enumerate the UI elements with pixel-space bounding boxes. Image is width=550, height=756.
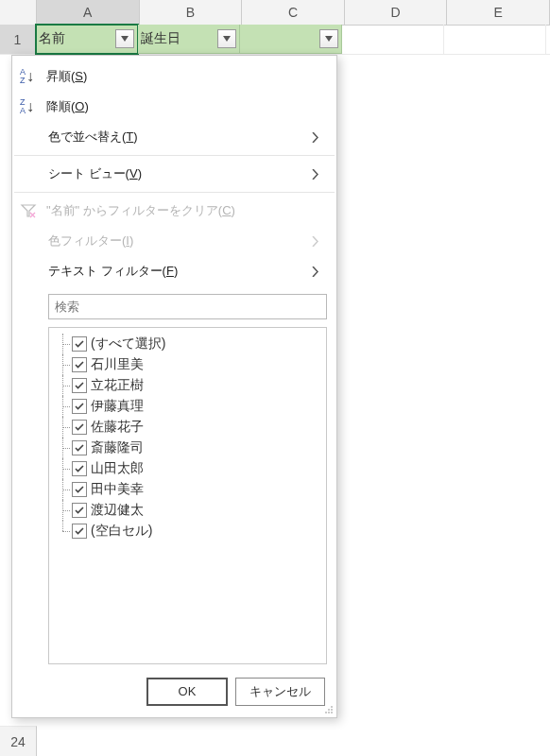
- dropdown-icon: [223, 36, 231, 42]
- sheet-view[interactable]: シート ビュー(V): [12, 159, 336, 189]
- chevron-right-icon: [312, 132, 323, 143]
- svg-point-2: [331, 709, 333, 711]
- filter-value-item[interactable]: 田中美幸: [55, 479, 320, 500]
- sort-asc-label: 昇順(S): [46, 68, 323, 85]
- sort-asc-icon: AZ↓: [20, 67, 46, 86]
- filter-value-item[interactable]: 石川里美: [55, 354, 320, 375]
- tree-line-icon: [55, 458, 72, 479]
- checkbox-checked-icon[interactable]: [72, 461, 87, 476]
- col-head-c[interactable]: C: [242, 0, 345, 26]
- checkbox-checked-icon[interactable]: [72, 420, 87, 435]
- checkbox-checked-icon[interactable]: [72, 524, 87, 539]
- checkbox-checked-icon[interactable]: [72, 482, 87, 497]
- col-head-b[interactable]: B: [140, 0, 243, 26]
- filter-value-label: 山田太郎: [91, 460, 144, 477]
- ok-button[interactable]: OK: [146, 678, 228, 706]
- filter-value-item[interactable]: 山田太郎: [55, 458, 320, 479]
- resize-grip[interactable]: [324, 705, 334, 714]
- filter-value-label: 渡辺健太: [91, 502, 144, 519]
- filter-values-list[interactable]: (すべて選択)石川里美立花正樹伊藤真理佐藤花子斎藤隆司山田太郎田中美幸渡辺健太(…: [48, 327, 327, 664]
- col-head-e[interactable]: E: [447, 0, 550, 26]
- chevron-right-icon: [312, 266, 323, 277]
- sort-desc[interactable]: ZA↓ 降順(O): [12, 92, 336, 122]
- filter-button-b[interactable]: [217, 29, 236, 48]
- col-head-a[interactable]: A: [37, 0, 140, 26]
- filter-value-item[interactable]: 渡辺健太: [55, 500, 320, 521]
- svg-point-4: [328, 712, 330, 713]
- tree-line-icon: [55, 521, 72, 541]
- cell-b1[interactable]: 誕生日: [138, 25, 240, 54]
- sort-by-color[interactable]: 色で並べ替え(T): [12, 122, 336, 152]
- tree-line-icon: [55, 375, 72, 396]
- filter-value-item[interactable]: (すべて選択): [55, 334, 320, 354]
- sort-desc-icon: ZA↓: [20, 97, 46, 116]
- tree-line-icon: [55, 438, 72, 458]
- checkbox-checked-icon[interactable]: [72, 503, 87, 518]
- filter-value-label: 田中美幸: [91, 481, 144, 498]
- cell-d1[interactable]: [342, 25, 444, 54]
- select-all-corner[interactable]: [0, 0, 37, 26]
- filter-value-label: (空白セル): [91, 523, 152, 540]
- color-filter-label: 色フィルター(I): [48, 232, 312, 249]
- chevron-right-icon: [312, 236, 323, 247]
- row-head-1[interactable]: 1: [0, 25, 36, 55]
- tree-line-icon: [55, 500, 72, 521]
- filter-value-label: 石川里美: [91, 356, 144, 373]
- tree-line-icon: [55, 334, 72, 354]
- col-head-d[interactable]: D: [345, 0, 448, 26]
- filter-dropdown-popup: AZ↓ 昇順(S) ZA↓ 降順(O) 色で並べ替え(T) シー: [11, 55, 337, 718]
- checkbox-checked-icon[interactable]: [72, 440, 87, 455]
- row-head-24[interactable]: 24: [0, 726, 37, 756]
- text-filter[interactable]: テキスト フィルター(F): [12, 256, 336, 286]
- clear-filter-label: "名前" からフィルターをクリア(C): [46, 202, 323, 219]
- cell-b1-text: 誕生日: [141, 30, 217, 47]
- sort-asc[interactable]: AZ↓ 昇順(S): [12, 61, 336, 92]
- checkbox-checked-icon[interactable]: [72, 336, 87, 352]
- tree-line-icon: [55, 417, 72, 438]
- checkbox-checked-icon[interactable]: [72, 357, 87, 372]
- clear-filter: "名前" からフィルターをクリア(C): [12, 196, 336, 226]
- filter-value-item[interactable]: 伊藤真理: [55, 396, 320, 417]
- filter-button-c[interactable]: [319, 29, 338, 48]
- cancel-button[interactable]: キャンセル: [235, 678, 325, 706]
- tree-line-icon: [55, 396, 72, 417]
- grid-row-1: 名前 誕生日: [36, 25, 550, 55]
- filter-value-label: 佐藤花子: [91, 419, 144, 436]
- dropdown-icon: [121, 36, 129, 42]
- filter-clear-icon: [20, 201, 46, 220]
- svg-point-1: [328, 709, 330, 711]
- chevron-right-icon: [312, 169, 323, 180]
- dropdown-icon: [325, 36, 333, 42]
- svg-point-3: [325, 712, 327, 713]
- cell-e1[interactable]: [444, 25, 546, 54]
- sort-by-color-label: 色で並べ替え(T): [48, 129, 312, 146]
- checkbox-checked-icon[interactable]: [72, 378, 87, 393]
- filter-value-label: 斎藤隆司: [91, 439, 144, 456]
- tree-line-icon: [55, 479, 72, 500]
- column-header-row: A B C D E: [0, 0, 550, 25]
- sheet-view-label: シート ビュー(V): [48, 165, 312, 182]
- tree-line-icon: [55, 354, 72, 375]
- filter-value-item[interactable]: (空白セル): [55, 521, 320, 541]
- svg-point-5: [331, 712, 333, 713]
- color-filter: 色フィルター(I): [12, 226, 336, 256]
- svg-point-0: [331, 706, 333, 708]
- cell-a1[interactable]: 名前: [36, 25, 138, 54]
- filter-button-a[interactable]: [115, 29, 134, 48]
- filter-value-label: 伊藤真理: [91, 398, 144, 415]
- filter-value-item[interactable]: 斎藤隆司: [55, 438, 320, 458]
- sort-desc-label: 降順(O): [46, 98, 323, 115]
- checkbox-checked-icon[interactable]: [72, 399, 87, 414]
- filter-value-label: (すべて選択): [91, 335, 165, 352]
- filter-value-label: 立花正樹: [91, 377, 144, 394]
- filter-value-item[interactable]: 立花正樹: [55, 375, 320, 396]
- text-filter-label: テキスト フィルター(F): [48, 263, 312, 280]
- filter-value-item[interactable]: 佐藤花子: [55, 417, 320, 438]
- cell-c1[interactable]: [240, 25, 342, 54]
- filter-search-input[interactable]: [48, 294, 327, 319]
- cell-a1-text: 名前: [39, 30, 115, 47]
